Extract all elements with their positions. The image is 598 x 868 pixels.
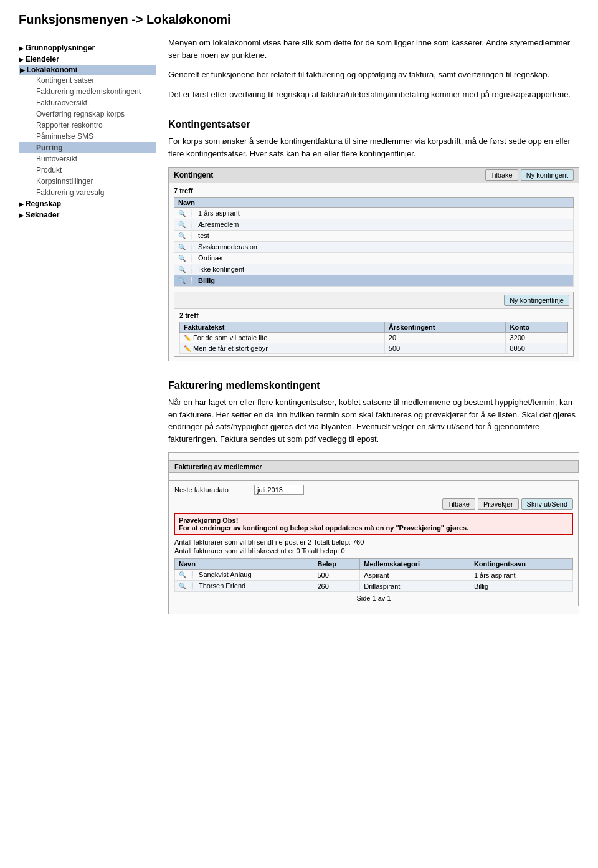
table2-header-arskontingent: Årskontingent — [384, 322, 506, 333]
sidebar-item-produkt[interactable]: Produkt — [19, 165, 156, 176]
row-flag-icon: ❕ — [187, 265, 196, 273]
sidebar-nav: Grunnopplysninger Eiendeler Lokaløkonomi… — [19, 42, 156, 221]
obs-text: For at endringer av kontingent og beløp … — [179, 524, 468, 532]
main-layout: Grunnopplysninger Eiendeler Lokaløkonomi… — [19, 37, 579, 622]
kontingent-row[interactable]: 🔍 ❕ test — [174, 231, 574, 242]
sidebar-item-soknader[interactable]: Søknader — [19, 209, 156, 221]
sidebar-item-purring[interactable]: Purring — [19, 142, 156, 153]
kontingent-panel: Kontingent Tilbake Ny kontingent 7 treff… — [168, 167, 579, 361]
fakt-header-kontingent: Kontingentsavn — [470, 559, 572, 570]
tilbake-button-2[interactable]: Tilbake — [442, 498, 475, 510]
result-count-2: 2 treff — [179, 312, 568, 319]
ny-kontingentlinje-button[interactable]: Ny kontingentlinje — [504, 295, 569, 306]
sidebar-item-fakturering-vare[interactable]: Fakturering varesalg — [19, 187, 156, 198]
fakturering-row[interactable]: 🔍 ❕ Sangkvist Anlaug500Aspirant1 års asp… — [175, 570, 573, 581]
page-title: Funksjonsmenyen -> Lokaløkonomi — [19, 12, 579, 27]
sidebar-item-korpsinnstillinger[interactable]: Korpsinnstillinger — [19, 176, 156, 187]
row-search-icon[interactable]: 🔍 — [179, 571, 186, 578]
sidebar-item-buntoversikt[interactable]: Buntoversikt — [19, 153, 156, 165]
fakturering-heading: Fakturering medlemskontingent — [168, 380, 579, 391]
fakturering-section: Fakturering medlemskontingent Når en har… — [168, 380, 579, 614]
kontingentsatser-section: Kontingentsatser For korps som ønsker å … — [168, 119, 579, 361]
page-nav: Side 1 av 1 — [174, 594, 573, 602]
row-search-icon[interactable]: 🔍 — [178, 255, 186, 262]
kontingentlinje-toolbar: Ny kontingentlinje — [174, 292, 573, 309]
row-edit-icon[interactable]: ✏️ — [184, 335, 191, 341]
row-search-icon[interactable]: 🔍 — [178, 266, 186, 273]
kontingentlinje-row[interactable]: ✏️ For de som vil betale lite203200 — [180, 333, 568, 343]
row-edit-icon[interactable]: ✏️ — [184, 345, 191, 352]
kontingentlinje-row[interactable]: ✏️ Men de får et stort gebyr5008050 — [180, 343, 568, 354]
kontingent-panel-header: Kontingent Tilbake Ny kontingent — [169, 168, 579, 183]
kontingent-row[interactable]: 🔍 ❕ Billig — [174, 275, 574, 287]
fakturering-p1: Når en har laget en eller flere kontinge… — [168, 396, 579, 445]
row-flag-icon: ❕ — [187, 232, 196, 239]
info-text-2: Antall fakturarer som vil bli skrevet ut… — [174, 547, 573, 555]
kontingentlinje-sub-panel: Ny kontingentlinje 2 treff Fakturatekst … — [174, 292, 574, 357]
kontingent-table-header-navn: Navn — [174, 198, 574, 208]
result-count-1: 7 treff — [174, 187, 574, 194]
kontingentsatser-heading: Kontingentsatser — [168, 119, 579, 130]
kontingent-row[interactable]: 🔍 ❕ Ikke kontingent — [174, 264, 574, 275]
sidebar-item-kontingent-satser[interactable]: Kontingent satser — [19, 75, 156, 86]
content-area: Menyen om lokaløkonomi vises bare slik s… — [168, 37, 579, 622]
kontingentlinje-table: Fakturatekst Årskontingent Konto ✏️ For … — [179, 322, 568, 354]
kontingent-row[interactable]: 🔍 ❕ 1 års aspirant — [174, 208, 574, 219]
row-search-icon[interactable]: 🔍 — [178, 277, 186, 284]
fakt-header-belop: Beløp — [313, 559, 360, 570]
neste-fakturadato-label: Neste fakturadato — [174, 486, 249, 494]
sidebar-item-paminnelse[interactable]: Påminnelse SMS — [19, 131, 156, 142]
row-search-icon[interactable]: 🔍 — [178, 210, 186, 217]
sidebar-divider — [19, 37, 156, 37]
fakturering-panel: Fakturering av medlemmer Neste fakturada… — [168, 452, 579, 614]
kontingent-row[interactable]: 🔍 ❕ Ordinær — [174, 253, 574, 264]
row-flag-icon: ❕ — [187, 254, 196, 262]
kontingentlinje-body: 2 treff Fakturatekst Årskontingent Konto — [174, 309, 573, 356]
fakturering-row[interactable]: 🔍 ❕ Thorsen Erlend260DrillaspirantBillig — [175, 581, 573, 592]
sidebar-item-grunnopplysninger[interactable]: Grunnopplysninger — [19, 42, 156, 54]
fakt-header-kategori: Medlemskategori — [360, 559, 470, 570]
intro-p3: Det er først etter overføring til regnsk… — [168, 88, 579, 101]
kontingent-toolbar: Tilbake Ny kontingent — [485, 169, 574, 181]
fakturering-table: Navn Beløp Medlemskategori Kontingentsav… — [174, 558, 573, 592]
sidebar-item-eiendeler[interactable]: Eiendeler — [19, 54, 156, 65]
provekjor-button[interactable]: Prøvekjør — [478, 498, 519, 510]
row-flag-icon: ❕ — [187, 221, 196, 228]
kontingent-row[interactable]: 🔍 ❕ Æresmedlem — [174, 219, 574, 231]
sidebar-item-regnskap[interactable]: Regnskap — [19, 198, 156, 209]
row-flag-icon: ❕ — [187, 209, 196, 217]
row-search-icon[interactable]: 🔍 — [178, 221, 186, 228]
row-flag-icon: ❕ — [188, 582, 197, 589]
sidebar: Grunnopplysninger Eiendeler Lokaløkonomi… — [19, 37, 156, 622]
sidebar-item-rapporter[interactable]: Rapporter reskontro — [19, 120, 156, 131]
kontingentsatser-p1: For korps som ønsker å sende kontingentf… — [168, 135, 579, 160]
sidebar-item-fakturering-med[interactable]: Fakturering medlemskontingent — [19, 86, 156, 97]
fakturering-toolbar: Tilbake Prøvekjør Skriv ut/Send — [174, 498, 573, 510]
row-flag-icon: ❕ — [187, 243, 196, 250]
kontingent-row[interactable]: 🔍 ❕ Søskenmoderasjon — [174, 242, 574, 253]
ny-kontingent-button[interactable]: Ny kontingent — [521, 169, 574, 181]
row-flag-icon: ❕ — [188, 571, 197, 578]
kontingent-table: Navn 🔍 ❕ 1 års aspirant🔍 ❕ Æresmedlem🔍 ❕… — [174, 197, 574, 287]
fakt-header-navn: Navn — [175, 559, 313, 570]
sidebar-item-lokalokonomi[interactable]: Lokaløkonomi — [19, 65, 156, 75]
intro-p2: Generelt er funksjonene her relatert til… — [168, 69, 579, 81]
tilbake-button-1[interactable]: Tilbake — [485, 169, 518, 181]
fakturering-panel-header: Fakturering av medlemmer — [169, 460, 579, 473]
obs-box: Prøvekjøring Obs! For at endringer av ko… — [174, 513, 573, 535]
sidebar-item-overforing[interactable]: Overføring regnskap korps — [19, 108, 156, 120]
obs-label: Prøvekjøring Obs! — [179, 517, 238, 524]
kontingent-panel-title: Kontingent — [174, 171, 213, 179]
table2-header-konto: Konto — [506, 322, 568, 333]
fakturering-panel-body: Neste fakturadato Tilbake Prøvekjør Skri… — [169, 480, 579, 606]
row-search-icon[interactable]: 🔍 — [179, 583, 186, 589]
row-search-icon[interactable]: 🔍 — [178, 244, 186, 250]
table2-header-fakturatekst: Fakturatekst — [180, 322, 385, 333]
sidebar-item-fakturaoversikt[interactable]: Fakturaoversikt — [19, 97, 156, 108]
fakturering-panel-title: Fakturering av medlemmer — [174, 463, 262, 470]
row-search-icon[interactable]: 🔍 — [178, 232, 186, 239]
neste-fakturadato-input[interactable] — [254, 485, 304, 495]
row-flag-icon: ❕ — [187, 277, 196, 284]
skriv-send-button[interactable]: Skriv ut/Send — [521, 498, 573, 510]
intro-p1: Menyen om lokaløkonomi vises bare slik s… — [168, 37, 579, 61]
